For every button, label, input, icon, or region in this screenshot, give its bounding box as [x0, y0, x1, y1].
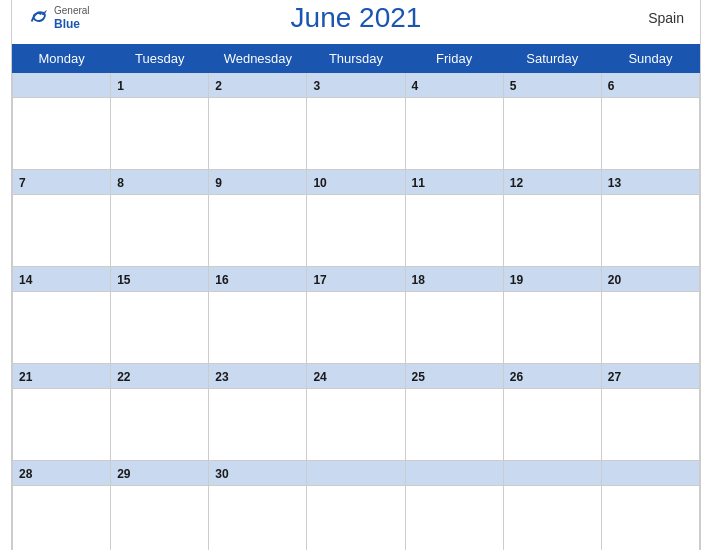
week-header-cell: 1 — [111, 73, 209, 98]
day-number: 23 — [215, 370, 228, 384]
week-content-cell — [209, 98, 307, 170]
week-header-cell: 30 — [209, 461, 307, 486]
day-number: 22 — [117, 370, 130, 384]
week-header-cell — [307, 461, 405, 486]
week-content-cell — [405, 195, 503, 267]
week-content-cell — [503, 486, 601, 551]
week-content-cell — [209, 486, 307, 551]
calendar-title: June 2021 — [291, 2, 422, 34]
week-content-cell — [13, 486, 111, 551]
day-number: 24 — [313, 370, 326, 384]
day-number: 21 — [19, 370, 32, 384]
week-content-cell — [405, 292, 503, 364]
logo-icon — [28, 7, 50, 29]
week-header-cell: 7 — [13, 170, 111, 195]
week-content-cell — [307, 486, 405, 551]
logo-blue: Blue — [54, 17, 90, 31]
week-content-row — [13, 98, 700, 170]
week-header-cell: 8 — [111, 170, 209, 195]
week-header-cell: 26 — [503, 364, 601, 389]
week-header-cell — [503, 461, 601, 486]
week-content-cell — [111, 98, 209, 170]
week-content-cell — [111, 195, 209, 267]
week-header-cell: 9 — [209, 170, 307, 195]
calendar-body: 1234567891011121314151617181920212223242… — [13, 73, 700, 551]
weekday-header-row: Monday Tuesday Wednesday Thursday Friday… — [13, 45, 700, 73]
week-header-cell: 20 — [601, 267, 699, 292]
day-number: 27 — [608, 370, 621, 384]
week-content-cell — [503, 389, 601, 461]
col-friday: Friday — [405, 45, 503, 73]
week-content-cell — [503, 195, 601, 267]
day-number: 26 — [510, 370, 523, 384]
week-content-cell — [307, 292, 405, 364]
day-number: 16 — [215, 273, 228, 287]
week-header-row: 21222324252627 — [13, 364, 700, 389]
day-number: 13 — [608, 176, 621, 190]
week-content-cell — [111, 486, 209, 551]
week-content-cell — [601, 389, 699, 461]
day-number: 18 — [412, 273, 425, 287]
day-number: 19 — [510, 273, 523, 287]
week-header-cell: 29 — [111, 461, 209, 486]
week-content-cell — [307, 195, 405, 267]
week-header-cell: 13 — [601, 170, 699, 195]
week-header-cell: 23 — [209, 364, 307, 389]
week-content-cell — [13, 195, 111, 267]
week-header-cell: 18 — [405, 267, 503, 292]
week-header-row: 78910111213 — [13, 170, 700, 195]
week-content-cell — [209, 195, 307, 267]
week-header-cell: 28 — [13, 461, 111, 486]
calendar-container: General Blue June 2021 Spain Monday Tues… — [11, 0, 701, 550]
week-header-cell: 16 — [209, 267, 307, 292]
week-header-cell: 15 — [111, 267, 209, 292]
day-number: 2 — [215, 79, 222, 93]
week-content-cell — [405, 98, 503, 170]
calendar-header: General Blue June 2021 Spain — [12, 0, 700, 44]
day-number: 17 — [313, 273, 326, 287]
col-saturday: Saturday — [503, 45, 601, 73]
country-label: Spain — [648, 10, 684, 26]
week-header-cell — [13, 73, 111, 98]
week-content-row — [13, 486, 700, 551]
logo-area: General Blue — [28, 5, 90, 31]
day-number: 14 — [19, 273, 32, 287]
week-content-cell — [13, 98, 111, 170]
week-content-cell — [111, 292, 209, 364]
day-number: 6 — [608, 79, 615, 93]
week-header-cell: 12 — [503, 170, 601, 195]
week-content-cell — [13, 292, 111, 364]
week-header-cell: 5 — [503, 73, 601, 98]
week-header-cell — [405, 461, 503, 486]
col-sunday: Sunday — [601, 45, 699, 73]
week-header-row: 14151617181920 — [13, 267, 700, 292]
week-header-cell: 11 — [405, 170, 503, 195]
week-content-row — [13, 195, 700, 267]
week-header-cell: 14 — [13, 267, 111, 292]
week-content-cell — [405, 389, 503, 461]
day-number: 8 — [117, 176, 124, 190]
day-number: 1 — [117, 79, 124, 93]
week-header-cell: 21 — [13, 364, 111, 389]
week-content-cell — [111, 389, 209, 461]
logo-text: General Blue — [54, 5, 90, 31]
week-content-cell — [503, 292, 601, 364]
week-content-cell — [601, 98, 699, 170]
week-content-cell — [307, 389, 405, 461]
col-monday: Monday — [13, 45, 111, 73]
week-content-cell — [503, 98, 601, 170]
day-number: 29 — [117, 467, 130, 481]
week-header-row: 282930 — [13, 461, 700, 486]
day-number: 11 — [412, 176, 425, 190]
day-number: 3 — [313, 79, 320, 93]
week-content-cell — [405, 486, 503, 551]
col-thursday: Thursday — [307, 45, 405, 73]
day-number: 12 — [510, 176, 523, 190]
col-wednesday: Wednesday — [209, 45, 307, 73]
week-content-cell — [601, 195, 699, 267]
week-header-cell: 4 — [405, 73, 503, 98]
day-number: 30 — [215, 467, 228, 481]
week-content-row — [13, 292, 700, 364]
col-tuesday: Tuesday — [111, 45, 209, 73]
week-content-cell — [601, 486, 699, 551]
